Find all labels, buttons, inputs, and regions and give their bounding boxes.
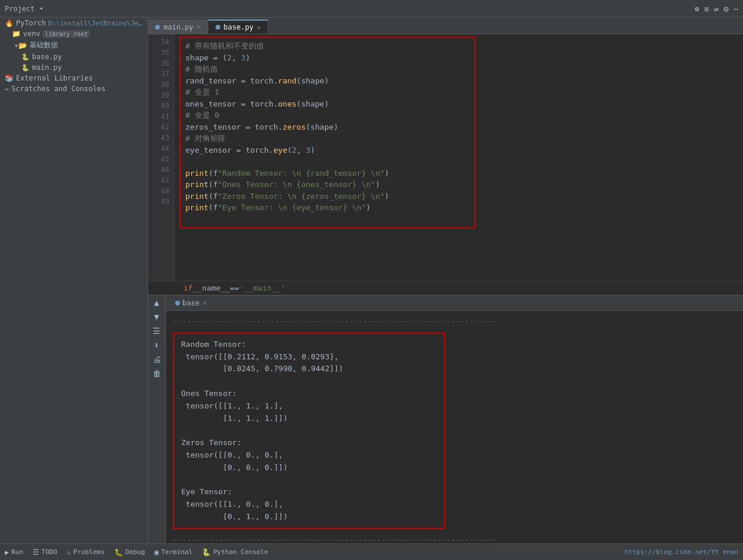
bottom-separator-area: ----------------------------------------… bbox=[173, 534, 736, 543]
sidebar-folder-jichushuju[interactable]: ▾ 📂 基础数据 bbox=[0, 39, 147, 52]
run-icon: ▶ bbox=[5, 548, 9, 556]
dropdown-icon[interactable]: ▾ bbox=[40, 5, 44, 12]
status-terminal[interactable]: ▣ Terminal bbox=[155, 548, 192, 556]
output-blank3 bbox=[181, 474, 437, 487]
console-output[interactable]: ----------------------------------------… bbox=[166, 311, 743, 543]
tab-main-py-label: main.py bbox=[163, 23, 194, 31]
editor-area: main.py × base.py × 34 35 36 37 38 39 40… bbox=[148, 18, 743, 543]
output-zeros-header: Zeros Tensor: bbox=[181, 437, 437, 449]
output-random-line2: [0.0245, 0.7990, 0.9442]]) bbox=[181, 363, 437, 375]
code-line-45: print(f"Random Tensor: \n {rand_tensor} … bbox=[185, 168, 469, 179]
status-right: https://blog.csdn.net/YY enan bbox=[625, 548, 738, 556]
status-run[interactable]: ▶ Run bbox=[5, 548, 23, 556]
status-bar: ▶ Run ☰ TODO ⚠ Problems 🐛 Debug ▣ Termin… bbox=[0, 543, 743, 560]
run-down-icon[interactable]: ▼ bbox=[154, 312, 159, 321]
code-line-40: # 全是 0 bbox=[185, 110, 469, 121]
status-debug[interactable]: 🐛 Debug bbox=[114, 548, 145, 556]
sidebar-scratches[interactable]: ✏️ Scratches and Consoles bbox=[0, 83, 147, 94]
sidebar-pytorch-row[interactable]: 🔥 PyTorch D:\install\JetBrains\JetBrains… bbox=[0, 18, 147, 28]
tab-main-py-close[interactable]: × bbox=[197, 24, 201, 30]
code-highlight-box: # 带有随机和不变的值 shape = (2, 3) # 随机值 rand_te… bbox=[179, 37, 475, 228]
tab-base-py-close[interactable]: × bbox=[257, 24, 260, 31]
code-line-39: ones_tensor = torch.ones(shape) bbox=[185, 98, 469, 110]
if-name-eq: == bbox=[230, 284, 239, 292]
run-sidebar: ▲ ▼ ☰ ⬇ 🖨 🗑 bbox=[148, 295, 166, 543]
py-icon-base: 🐍 bbox=[21, 53, 30, 61]
status-terminal-label: Terminal bbox=[161, 548, 192, 556]
output-zeros-line2: [0., 0., 0.]]) bbox=[181, 462, 437, 474]
run-download-icon[interactable]: ⬇ bbox=[154, 340, 159, 350]
run-list-icon[interactable]: ☰ bbox=[153, 326, 160, 336]
base-py-label: base.py bbox=[32, 53, 62, 61]
python-console-icon: 🐍 bbox=[202, 548, 211, 556]
code-content[interactable]: # 带有随机和不变的值 shape = (2, 3) # 随机值 rand_te… bbox=[175, 34, 743, 281]
tab-base-py-label: base.py bbox=[224, 23, 254, 31]
output-random-header: Random Tensor: bbox=[181, 339, 437, 351]
project-label[interactable]: Project bbox=[5, 5, 35, 13]
pytorch-icon: 🔥 bbox=[5, 19, 14, 27]
status-left: ▶ Run ☰ TODO ⚠ Problems 🐛 Debug ▣ Termin… bbox=[5, 548, 268, 556]
output-blank2 bbox=[181, 424, 437, 437]
console-dot bbox=[175, 301, 180, 305]
status-problems[interactable]: ⚠ Problems bbox=[67, 548, 105, 556]
ext-lib-icon: 📚 bbox=[5, 74, 14, 82]
sidebar-external-libraries[interactable]: 📚 External Libraries bbox=[0, 73, 147, 83]
code-line-41: zeros_tensor = torch.zeros(shape) bbox=[185, 121, 469, 133]
venv-label: venv bbox=[23, 30, 40, 38]
status-debug-label: Debug bbox=[126, 548, 145, 556]
tab-main-py[interactable]: main.py × bbox=[148, 20, 208, 34]
sidebar-file-main-py[interactable]: 🐍 main.py bbox=[0, 62, 147, 73]
code-line-38: # 全是 1 bbox=[185, 86, 469, 98]
status-url: https://blog.csdn.net/YY enan bbox=[625, 548, 738, 556]
run-print-icon[interactable]: 🖨 bbox=[153, 355, 161, 364]
tab-base-py[interactable]: base.py × bbox=[208, 20, 269, 34]
main-layout: 🔥 PyTorch D:\install\JetBrains\JetBrains… bbox=[0, 18, 743, 543]
line-numbers: 34 35 36 37 38 39 40 41 42 43 44 45 46 4… bbox=[148, 34, 175, 281]
add-icon[interactable]: ⊕ bbox=[694, 4, 699, 14]
console-area: base × ---------------------------------… bbox=[166, 295, 743, 543]
code-line-44 bbox=[185, 156, 469, 168]
sidebar-venv-row[interactable]: 📁 venv library root bbox=[0, 28, 147, 39]
status-python-console[interactable]: 🐍 Python Console bbox=[202, 548, 268, 556]
sidebar: 🔥 PyTorch D:\install\JetBrains\JetBrains… bbox=[0, 18, 148, 543]
status-run-label: Run bbox=[11, 548, 23, 556]
scratches-icon: ✏️ bbox=[5, 85, 9, 93]
if-name-var: __name__ bbox=[193, 284, 230, 292]
code-line-49 bbox=[185, 214, 469, 226]
output-eye-line2: [0., 1., 0.]]) bbox=[181, 511, 437, 523]
sidebar-file-base-py[interactable]: 🐍 base.py bbox=[0, 52, 147, 62]
console-tab-close[interactable]: × bbox=[203, 300, 207, 306]
py-dot-base bbox=[215, 25, 220, 30]
run-trash-icon[interactable]: 🗑 bbox=[153, 369, 161, 378]
folder-icon-data: 📂 bbox=[18, 41, 27, 50]
code-line-34: # 带有随机和不变的值 bbox=[185, 40, 469, 52]
output-blank1 bbox=[181, 375, 437, 388]
minimize-icon[interactable]: − bbox=[734, 4, 738, 14]
toolbar-right: ⊕ ≡ ⇌ ⚙ − bbox=[694, 4, 738, 14]
status-todo-label: TODO bbox=[41, 548, 57, 556]
console-tab-base[interactable]: base × bbox=[171, 298, 211, 308]
compare-icon[interactable]: ⇌ bbox=[714, 4, 719, 14]
folder-arrow: ▾ bbox=[5, 41, 18, 50]
console-tab-bar: base × bbox=[166, 295, 743, 311]
run-up-icon[interactable]: ▲ bbox=[154, 298, 159, 307]
structure-icon[interactable]: ≡ bbox=[704, 4, 709, 14]
pytorch-path: D:\install\JetBrains\JetBrains\PyCharm\p… bbox=[49, 20, 143, 27]
bottom-panel: ▲ ▼ ☰ ⬇ 🖨 🗑 base × -- bbox=[148, 295, 743, 543]
status-todo[interactable]: ☰ TODO bbox=[33, 548, 57, 556]
output-block: Random Tensor: tensor([[0.2112, 0.9153, … bbox=[173, 333, 736, 529]
folder-icon: 📁 bbox=[12, 30, 21, 38]
console-tab-label: base bbox=[182, 299, 200, 307]
status-python-console-label: Python Console bbox=[213, 548, 268, 556]
debug-icon: 🐛 bbox=[114, 548, 123, 556]
if-name-str: '__main__' bbox=[239, 284, 285, 292]
code-line-48: print(f"Eye Tensor: \n {eye_tensor} \n") bbox=[185, 202, 469, 214]
toolbar-left: Project ▾ bbox=[5, 5, 43, 13]
output-eye-header: Eye Tensor: bbox=[181, 486, 437, 498]
settings-icon[interactable]: ⚙ bbox=[723, 4, 728, 14]
if-name-line: if bbox=[184, 284, 193, 292]
output-highlight-box: Random Tensor: tensor([[0.2112, 0.9153, … bbox=[173, 333, 445, 529]
terminal-icon: ▣ bbox=[155, 548, 159, 556]
output-ones-line1: tensor([[1., 1., 1.], bbox=[181, 400, 437, 413]
main-py-label: main.py bbox=[32, 63, 62, 72]
